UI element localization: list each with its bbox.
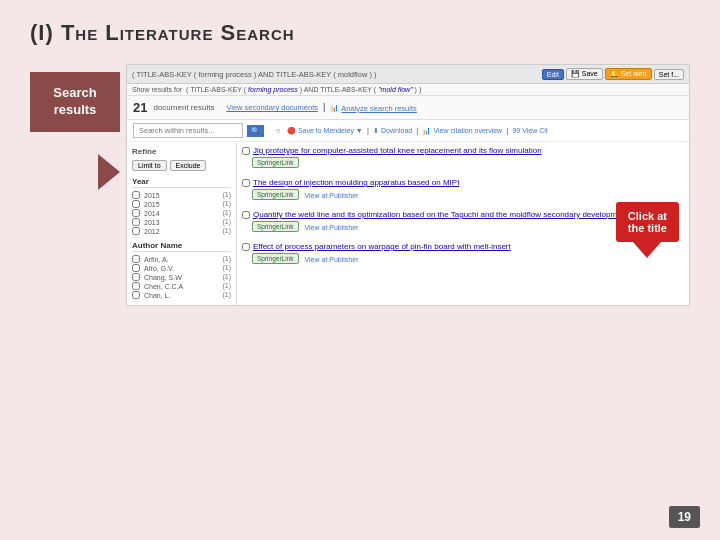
- edit-button[interactable]: Edit: [542, 69, 564, 80]
- browser-toolbar: ( TITLE-ABS-KEY ( forming process ) AND …: [127, 65, 689, 84]
- year-filter-item: 2013 (1): [132, 218, 231, 226]
- main-content: Refine Limit to Exclude Year 2015 (1) 20…: [127, 142, 689, 305]
- year-filter-item: 2014 (1): [132, 209, 231, 217]
- page-title: (I) The Literature Search: [30, 20, 690, 46]
- result-item-1: Jig prototype for computer-assisted tota…: [242, 146, 684, 170]
- analyze-results-link[interactable]: Analyze search results: [341, 104, 416, 113]
- callout-container: Click at the title: [616, 202, 679, 258]
- view-cited-option[interactable]: 99 View Cit: [512, 127, 547, 134]
- refine-title: Refine: [132, 147, 231, 156]
- author-filter-item: Afro, G.V. (1): [132, 264, 231, 272]
- arrow-right-icon: [98, 154, 120, 190]
- citation-overview-option[interactable]: 📊 View citation overview: [422, 127, 502, 134]
- exclude-button[interactable]: Exclude: [170, 160, 207, 171]
- year-2015b-checkbox[interactable]: [132, 200, 140, 208]
- set-alert-button[interactable]: 🔔 Set alert: [605, 68, 652, 80]
- result-4-springer-badge[interactable]: SpringerLink: [252, 253, 299, 264]
- toolbar-options: ○ 🔴 Save to Mendeley ▼ | ⬇ Download | 📊 …: [276, 126, 548, 135]
- result-1-springer-badge[interactable]: SpringerLink: [252, 157, 299, 168]
- year-2013-checkbox[interactable]: [132, 218, 140, 226]
- search-within-button[interactable]: 🔍: [247, 125, 264, 137]
- author-chan-checkbox[interactable]: [132, 291, 140, 299]
- results-count-label: document results: [153, 103, 214, 112]
- page-container: (I) The Literature Search Search results…: [0, 0, 720, 540]
- result-3-checkbox[interactable]: [242, 211, 250, 219]
- browser-screenshot: ( TITLE-ABS-KEY ( forming process ) AND …: [126, 64, 690, 306]
- author-filter-section: Author Name Arfin, A. (1) Afro, G.V. (1)…: [132, 241, 231, 299]
- toolbar-query: ( TITLE-ABS-KEY ( forming process ) AND …: [132, 70, 540, 79]
- author-arfin-checkbox[interactable]: [132, 255, 140, 263]
- author-filter-item: Chang, S.W (1): [132, 273, 231, 281]
- author-filter-item: Chen, C.C.A (1): [132, 282, 231, 290]
- show-results-text: Show results for ( TITLE-ABS-KEY ( formi…: [132, 86, 421, 93]
- left-panel: Refine Limit to Exclude Year 2015 (1) 20…: [127, 142, 237, 305]
- view-secondary-docs-link[interactable]: View secondary documents: [226, 103, 318, 112]
- result-1-title[interactable]: Jig prototype for computer-assisted tota…: [253, 146, 542, 155]
- results-header: 21 document results View secondary docum…: [127, 96, 689, 120]
- callout-arrow-icon: [633, 242, 661, 258]
- save-mendeley-option[interactable]: Save to Mendeley ▼: [298, 127, 363, 134]
- page-number-badge: 19: [669, 506, 700, 528]
- show-results-bar: Show results for ( TITLE-ABS-KEY ( formi…: [127, 84, 689, 96]
- author-chen-checkbox[interactable]: [132, 282, 140, 290]
- result-3-springer-badge[interactable]: SpringerLink: [252, 221, 299, 232]
- author-filter-item: Chan, L. (1): [132, 291, 231, 299]
- results-count: 21: [133, 100, 147, 115]
- result-4-view-publisher[interactable]: View at Publisher: [305, 256, 359, 263]
- result-1-checkbox[interactable]: [242, 147, 250, 155]
- search-results-label: Search results: [30, 72, 120, 132]
- year-2014-checkbox[interactable]: [132, 209, 140, 217]
- year-filter-item: 2015 (1): [132, 200, 231, 208]
- author-chang-checkbox[interactable]: [132, 273, 140, 281]
- right-panel: Jig prototype for computer-assisted tota…: [237, 142, 689, 305]
- result-4-title[interactable]: Effect of process parameters on warpage …: [253, 242, 511, 251]
- content-area: Search results ( TITLE-ABS-KEY ( forming…: [30, 64, 690, 306]
- callout-line1: Click at: [628, 210, 667, 222]
- year-2012-checkbox[interactable]: [132, 227, 140, 235]
- callout-box: Click at the title: [616, 202, 679, 242]
- result-4-checkbox[interactable]: [242, 243, 250, 251]
- search-within-bar: 🔍 ○ 🔴 Save to Mendeley ▼ | ⬇ Download | …: [127, 120, 689, 142]
- result-3-title[interactable]: Quantify the weld line and its optimizat…: [253, 210, 628, 219]
- result-2-checkbox[interactable]: [242, 179, 250, 187]
- limit-to-button[interactable]: Limit to: [132, 160, 167, 171]
- result-2-title[interactable]: The design of injection moulding apparat…: [253, 178, 459, 187]
- year-filter-item: 2015 (1): [132, 191, 231, 199]
- search-within-input[interactable]: [133, 123, 243, 138]
- author-afro-checkbox[interactable]: [132, 264, 140, 272]
- year-filter-item: 2012 (1): [132, 227, 231, 235]
- author-filter-title: Author Name: [132, 241, 231, 252]
- result-3-view-publisher[interactable]: View at Publisher: [305, 224, 359, 231]
- download-option[interactable]: ⬇ Download: [373, 127, 412, 134]
- set-feed-button[interactable]: Set f...: [654, 69, 684, 80]
- result-2-view-publisher[interactable]: View at Publisher: [305, 192, 359, 199]
- callout-line2: the title: [628, 222, 667, 234]
- result-item-2: The design of injection moulding apparat…: [242, 178, 684, 202]
- result-2-springer-badge[interactable]: SpringerLink: [252, 189, 299, 200]
- save-button[interactable]: 💾 Save: [566, 68, 603, 80]
- limit-exclude-buttons: Limit to Exclude: [132, 160, 231, 171]
- author-filter-item: Arfin, A. (1): [132, 255, 231, 263]
- year-2015a-checkbox[interactable]: [132, 191, 140, 199]
- year-filter-title: Year: [132, 177, 231, 188]
